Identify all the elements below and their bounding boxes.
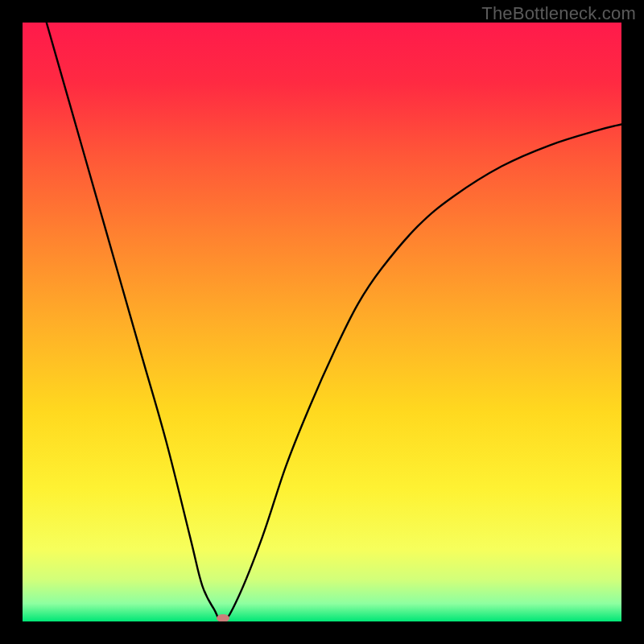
plot-area bbox=[23, 23, 621, 621]
chart-frame: TheBottleneck.com bbox=[0, 0, 644, 644]
bottleneck-curve bbox=[23, 23, 621, 621]
minimum-marker-dot bbox=[217, 614, 229, 621]
watermark-label: TheBottleneck.com bbox=[481, 3, 636, 24]
